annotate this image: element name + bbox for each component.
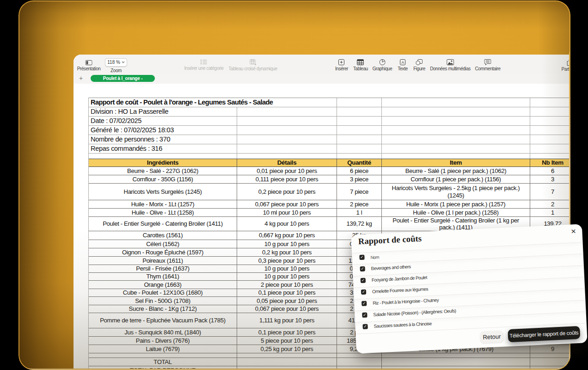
svg-text:A: A xyxy=(401,60,404,65)
